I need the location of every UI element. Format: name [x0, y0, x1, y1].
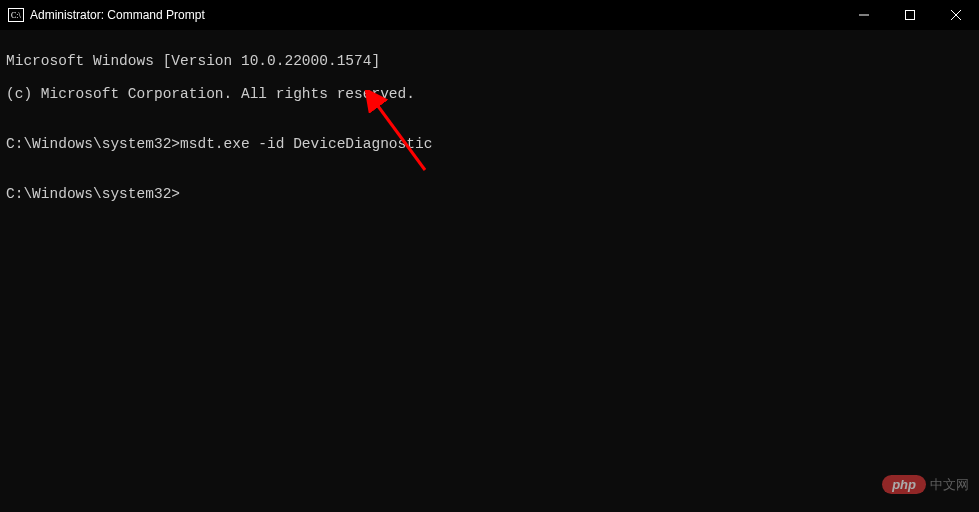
watermark-text: 中文网 — [930, 476, 969, 494]
terminal-content[interactable]: Microsoft Windows [Version 10.0.22000.15… — [0, 30, 979, 225]
window-controls — [841, 0, 979, 30]
watermark-badge: php — [882, 475, 926, 494]
titlebar: C:\ Administrator: Command Prompt — [0, 0, 979, 30]
cmd-icon: C:\ — [8, 8, 24, 22]
prompt-line-2: C:\Windows\system32> — [6, 186, 973, 203]
command-text: msdt.exe -id DeviceDiagnostic — [180, 136, 432, 152]
titlebar-left: C:\ Administrator: Command Prompt — [8, 8, 205, 22]
prompt-path: C:\Windows\system32> — [6, 186, 180, 202]
svg-text:C:\: C:\ — [11, 11, 22, 20]
version-line: Microsoft Windows [Version 10.0.22000.15… — [6, 53, 973, 70]
maximize-button[interactable] — [887, 0, 933, 30]
window-title: Administrator: Command Prompt — [30, 8, 205, 22]
close-button[interactable] — [933, 0, 979, 30]
prompt-path: C:\Windows\system32> — [6, 136, 180, 152]
svg-rect-3 — [906, 11, 915, 20]
copyright-line: (c) Microsoft Corporation. All rights re… — [6, 86, 973, 103]
prompt-line-1: C:\Windows\system32>msdt.exe -id DeviceD… — [6, 136, 973, 153]
minimize-button[interactable] — [841, 0, 887, 30]
watermark: php 中文网 — [882, 475, 969, 494]
